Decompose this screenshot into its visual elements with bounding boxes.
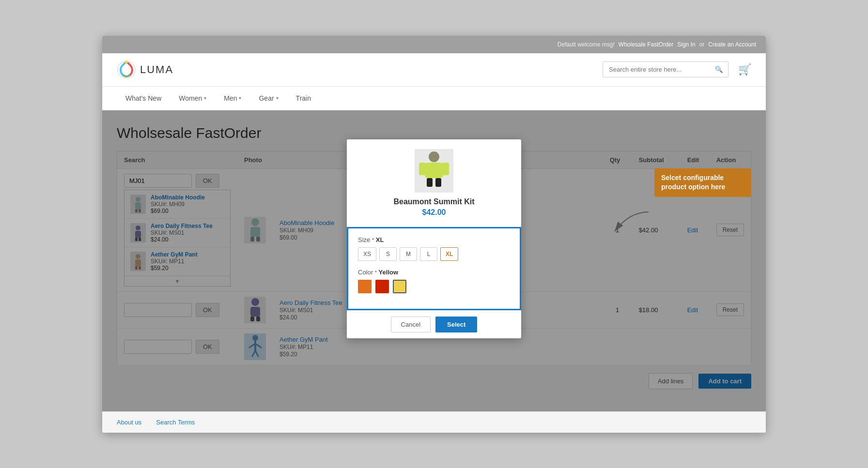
beaumont-product-image bbox=[417, 150, 451, 191]
footer-about[interactable]: About us bbox=[117, 419, 141, 426]
navigation: What's New Women ▾ Men ▾ Gear ▾ Train bbox=[102, 87, 766, 110]
modal-footer: Cancel Select bbox=[347, 310, 521, 338]
modal-overlay: Beaumont Summit Kit $42.00 Size * XL XS … bbox=[102, 110, 766, 411]
nav-item-gear[interactable]: Gear ▾ bbox=[250, 87, 287, 110]
footer: About us Search Terms bbox=[102, 411, 766, 433]
svg-rect-30 bbox=[425, 163, 443, 178]
svg-point-29 bbox=[429, 151, 439, 162]
size-label: Size * XL bbox=[358, 236, 510, 243]
nav-item-train[interactable]: Train bbox=[287, 87, 320, 110]
wholesale-link[interactable]: Wholesale FastOrder bbox=[619, 41, 673, 48]
logo: LUMA bbox=[117, 60, 173, 79]
chevron-down-icon: ▾ bbox=[239, 95, 241, 101]
main-content: Wholsesale FastOrder Search Photo Qty Su… bbox=[102, 110, 766, 411]
modal-product-image bbox=[415, 149, 453, 193]
color-options bbox=[358, 280, 510, 293]
size-xl[interactable]: XL bbox=[440, 247, 458, 261]
svg-rect-32 bbox=[442, 163, 449, 175]
modal-product-name: Beaumont Summit Kit bbox=[356, 197, 512, 206]
size-options: XS S M L XL bbox=[358, 247, 510, 261]
color-swatch-red[interactable] bbox=[375, 280, 389, 293]
modal-product-header: Beaumont Summit Kit $42.00 bbox=[347, 139, 521, 227]
svg-rect-34 bbox=[435, 178, 441, 187]
or-separator: or bbox=[699, 41, 705, 48]
color-label: Color * Yellow bbox=[358, 269, 510, 276]
size-s[interactable]: S bbox=[379, 247, 397, 261]
color-option-row: Color * Yellow bbox=[358, 269, 510, 293]
search-icon: 🔍 bbox=[715, 66, 723, 73]
search-input[interactable] bbox=[603, 62, 710, 77]
welcome-msg: Default welcome msg! bbox=[558, 41, 615, 48]
product-options-modal: Beaumont Summit Kit $42.00 Size * XL XS … bbox=[347, 139, 521, 338]
size-l[interactable]: L bbox=[420, 247, 437, 261]
size-option-row: Size * XL XS S M L XL bbox=[358, 236, 510, 261]
size-xs[interactable]: XS bbox=[358, 247, 376, 261]
search-bar: 🔍 bbox=[603, 61, 728, 77]
nav-item-whats-new[interactable]: What's New bbox=[117, 87, 170, 110]
cart-icon[interactable]: 🛒 bbox=[738, 63, 751, 76]
svg-point-1 bbox=[125, 60, 128, 63]
color-swatch-yellow[interactable] bbox=[393, 280, 406, 293]
cancel-button[interactable]: Cancel bbox=[391, 317, 431, 332]
annotation-arrow bbox=[605, 207, 653, 236]
chevron-down-icon: ▾ bbox=[204, 95, 206, 101]
footer-search-terms[interactable]: Search Terms bbox=[156, 419, 195, 426]
annotation-box: Selcet configurable product option here bbox=[654, 168, 751, 197]
nav-item-women[interactable]: Women ▾ bbox=[170, 87, 215, 110]
top-bar: Default welcome msg! Wholesale FastOrder… bbox=[102, 36, 766, 53]
search-button[interactable]: 🔍 bbox=[710, 62, 728, 77]
nav-item-men[interactable]: Men ▾ bbox=[215, 87, 250, 110]
logo-text: LUMA bbox=[140, 63, 173, 76]
svg-rect-33 bbox=[427, 178, 433, 187]
logo-icon bbox=[117, 60, 136, 79]
modal-product-price: $42.00 bbox=[356, 208, 512, 217]
select-button[interactable]: Select bbox=[435, 317, 477, 332]
create-account-link[interactable]: Create an Account bbox=[708, 41, 756, 48]
signin-link[interactable]: Sign In bbox=[677, 41, 695, 48]
size-m[interactable]: M bbox=[400, 247, 417, 261]
color-swatch-orange[interactable] bbox=[358, 280, 372, 293]
header: LUMA 🔍 🛒 bbox=[102, 53, 766, 87]
svg-rect-31 bbox=[419, 163, 426, 175]
modal-options: Size * XL XS S M L XL Color * Yellow bbox=[347, 227, 521, 310]
chevron-down-icon: ▾ bbox=[276, 95, 279, 101]
